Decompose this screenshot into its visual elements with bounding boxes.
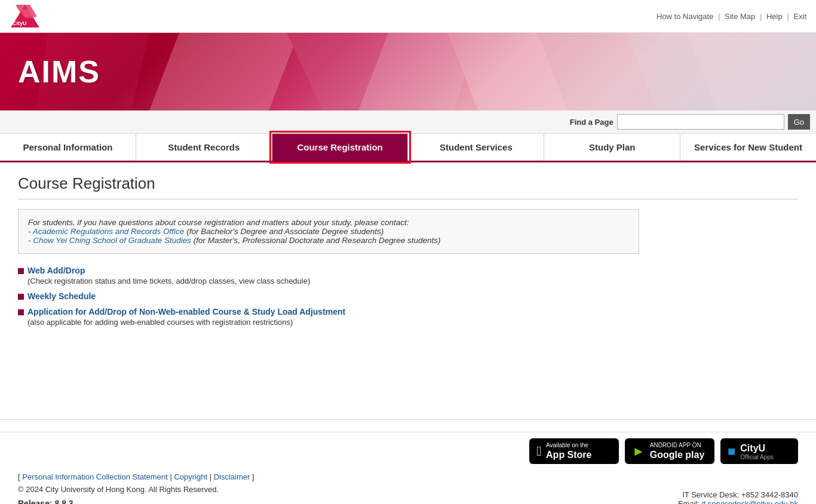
- apple-icon: : [536, 444, 541, 459]
- help-link[interactable]: Help: [766, 12, 783, 21]
- footer-pics-link[interactable]: Personal Information Collection Statemen…: [22, 472, 168, 481]
- page-title: Course Registration: [18, 174, 798, 199]
- email-link[interactable]: it.servicedesk@cityu.edu.hk: [702, 499, 798, 504]
- app-store-label-big: App Store: [546, 449, 591, 460]
- info-suffix2: (for Master's, Professional Doctorate an…: [194, 236, 441, 245]
- google-play-label-big: Google play: [650, 449, 705, 460]
- footer-disclaimer-link[interactable]: Disclaimer: [214, 472, 250, 481]
- app-store-badge[interactable]:  Available on the App Store: [529, 438, 619, 464]
- footer-links: [ Personal Information Collection Statem…: [18, 472, 254, 481]
- web-add-drop-sub: (Check registration status and time tick…: [27, 276, 310, 285]
- app-add-drop-sub: (also applicable for adding web-enabled …: [27, 318, 345, 327]
- bullet-3: [18, 309, 24, 315]
- it-desk-info: IT Service Desk: +852 3442-8340: [678, 490, 798, 499]
- nav-item-records[interactable]: Student Records: [136, 134, 272, 161]
- how-to-navigate-link[interactable]: How to Navigate: [657, 12, 713, 21]
- logo-area: CityU: [10, 4, 41, 29]
- link-section-web-add-drop: Web Add/Drop (Check registration status …: [18, 266, 798, 285]
- nav-item-course[interactable]: Course Registration: [272, 134, 409, 161]
- search-bar: Find a Page Go: [0, 110, 816, 134]
- footer-bracket-close: ]: [252, 472, 254, 481]
- footer-copyright-link[interactable]: Copyright: [174, 472, 207, 481]
- banner: AIMS: [0, 33, 816, 110]
- footer-sep2: |: [210, 472, 214, 481]
- site-map-link[interactable]: Site Map: [725, 12, 755, 21]
- web-add-drop-link[interactable]: Web Add/Drop: [27, 266, 85, 275]
- link-section-weekly-schedule: Weekly Schedule: [18, 291, 798, 301]
- exit-link[interactable]: Exit: [793, 12, 806, 21]
- footer:  Available on the App Store ► ANDROID A…: [0, 432, 816, 504]
- bullet-2: [18, 294, 24, 300]
- app-add-drop-link[interactable]: Application for Add/Drop of Non-Web-enab…: [27, 307, 345, 316]
- info-suffix1: (for Bachelor's Degree and Associate Deg…: [186, 227, 384, 236]
- nav-item-study[interactable]: Study Plan: [544, 134, 680, 161]
- cityu-logo: CityU: [10, 4, 41, 29]
- info-line1: For students, if you have questions abou…: [28, 218, 409, 227]
- banner-title: AIMS: [18, 54, 100, 90]
- grad-school-link[interactable]: Chow Yei Ching School of Graduate Studie…: [33, 236, 191, 245]
- email-label: Email:: [678, 499, 702, 504]
- cityu-badge-sub: Official Apps: [740, 454, 773, 460]
- google-play-badge[interactable]: ► ANDROID APP ON Google play: [625, 438, 714, 464]
- footer-copyright-text: © 2024 City University of Hong Kong. All…: [18, 485, 254, 494]
- search-go-button[interactable]: Go: [788, 114, 810, 130]
- nav-bar: Personal Information Student Records Cou…: [0, 134, 816, 162]
- footer-bottom: [ Personal Information Collection Statem…: [18, 472, 798, 504]
- footer-divider: [0, 419, 816, 420]
- info-box: For students, if you have questions abou…: [18, 209, 639, 254]
- google-play-label-small: ANDROID APP ON: [650, 442, 705, 449]
- svg-marker-4: [149, 33, 299, 110]
- footer-right: IT Service Desk: +852 3442-8340 Email: i…: [678, 490, 798, 504]
- top-bar: CityU How to Navigate | Site Map | Help …: [0, 0, 816, 33]
- info-dash2: -: [28, 236, 33, 245]
- cityu-badge-icon: ■: [728, 444, 735, 459]
- main-content: Course Registration For students, if you…: [0, 162, 816, 401]
- link-section-app-add-drop: Application for Add/Drop of Non-Web-enab…: [18, 307, 798, 327]
- search-label: Find a Page: [570, 118, 613, 127]
- email-info: Email: it.servicedesk@cityu.edu.hk: [678, 499, 798, 504]
- top-nav-links: How to Navigate | Site Map | Help | Exit: [657, 12, 806, 21]
- bullet-1: [18, 268, 24, 274]
- search-input[interactable]: [617, 114, 784, 130]
- separator-3: |: [787, 12, 791, 21]
- weekly-schedule-link[interactable]: Weekly Schedule: [27, 291, 96, 301]
- google-play-icon: ►: [632, 444, 645, 459]
- svg-text:CityU: CityU: [13, 20, 27, 26]
- nav-item-new-student[interactable]: Services for New Student: [680, 134, 816, 161]
- nav-item-personal[interactable]: Personal Information: [0, 134, 136, 161]
- separator-1: |: [718, 12, 722, 21]
- footer-release: Release: 8.8.3: [18, 499, 254, 504]
- nav-item-services[interactable]: Student Services: [408, 134, 544, 161]
- arno-link[interactable]: Academic Regulations and Records Office: [33, 227, 185, 236]
- footer-left: [ Personal Information Collection Statem…: [18, 472, 254, 504]
- cityu-badge-label: CityU: [740, 442, 773, 454]
- separator-2: |: [760, 12, 764, 21]
- info-dash1: -: [28, 227, 33, 236]
- cityu-apps-badge[interactable]: ■ CityU Official Apps: [720, 438, 798, 464]
- app-store-label-small: Available on the: [546, 442, 591, 449]
- footer-app-badges:  Available on the App Store ► ANDROID A…: [18, 438, 798, 464]
